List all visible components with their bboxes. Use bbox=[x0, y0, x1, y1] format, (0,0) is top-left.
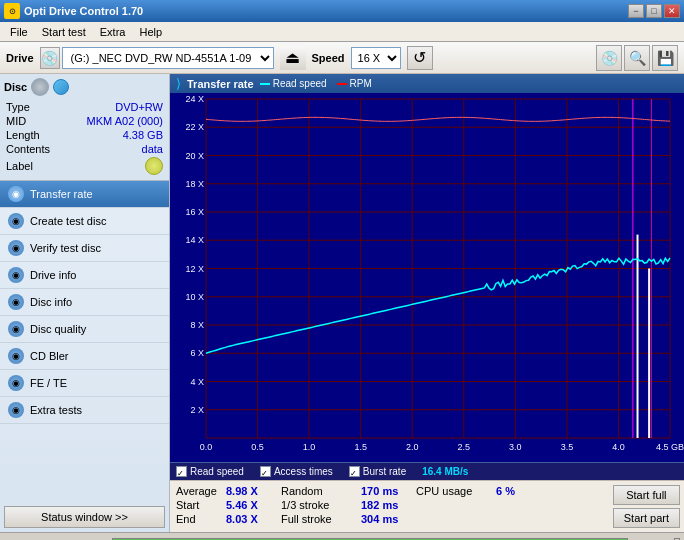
start-part-button[interactable]: Start part bbox=[613, 508, 680, 528]
app-icon: ⊙ bbox=[4, 3, 20, 19]
nav-icon-disc-quality: ◉ bbox=[8, 321, 24, 337]
disc-refresh-button[interactable] bbox=[53, 79, 69, 95]
nav-icon-disc-info: ◉ bbox=[8, 294, 24, 310]
menu-extra[interactable]: Extra bbox=[94, 24, 132, 40]
access-times-checkbox[interactable] bbox=[260, 466, 271, 477]
title-bar: ⊙ Opti Drive Control 1.70 − □ ✕ bbox=[0, 0, 684, 22]
chart-section: ⟩ Transfer rate Read speed RPM bbox=[170, 74, 684, 532]
average-label: Average bbox=[176, 485, 226, 497]
stats-table: Average 8.98 X Random 170 ms CPU usage 6… bbox=[170, 481, 609, 532]
disc-label-row: Label bbox=[4, 156, 165, 176]
nav-drive-info[interactable]: ◉ Drive info bbox=[0, 262, 169, 289]
bottom-stats: Average 8.98 X Random 170 ms CPU usage 6… bbox=[170, 480, 684, 532]
stat-row-start: Start 5.46 X 1/3 stroke 182 ms bbox=[176, 498, 603, 512]
cpu-label: CPU usage bbox=[416, 485, 496, 497]
chart-title: Transfer rate bbox=[187, 78, 254, 90]
disc-image-button[interactable]: 💿 bbox=[596, 45, 622, 71]
random-label: Random bbox=[281, 485, 361, 497]
nav-verify-test-disc[interactable]: ◉ Verify test disc bbox=[0, 235, 169, 262]
chart-canvas bbox=[170, 93, 684, 462]
cpu-value: 6 % bbox=[496, 485, 515, 497]
nav-icon-cd-bler: ◉ bbox=[8, 348, 24, 364]
speed-select[interactable]: 16 X 8 X 4 X bbox=[351, 47, 401, 69]
status-window-button[interactable]: Status window >> bbox=[4, 506, 165, 528]
legend-read-speed: Read speed bbox=[260, 78, 327, 89]
access-times-label: Access times bbox=[274, 466, 333, 477]
toolbar: Drive 💿 (G:) _NEC DVD_RW ND-4551A 1-09 ⏏… bbox=[0, 42, 684, 74]
read-speed-checkbox[interactable] bbox=[176, 466, 187, 477]
nav-icon-extra-tests: ◉ bbox=[8, 402, 24, 418]
main-content: Disc Type DVD+RW MID MKM A02 (000) Lengt… bbox=[0, 74, 684, 532]
stroke13-label: 1/3 stroke bbox=[281, 499, 361, 511]
end-value: 8.03 X bbox=[226, 513, 281, 525]
sidebar: Disc Type DVD+RW MID MKM A02 (000) Lengt… bbox=[0, 74, 170, 532]
full-stroke-label: Full stroke bbox=[281, 513, 361, 525]
end-label: End bbox=[176, 513, 226, 525]
label-disc-icon[interactable] bbox=[145, 157, 163, 175]
stat-row-end: End 8.03 X Full stroke 304 ms bbox=[176, 512, 603, 526]
nav-cd-bler[interactable]: ◉ CD Bler bbox=[0, 343, 169, 370]
start-label: Start bbox=[176, 499, 226, 511]
burst-rate-checkbox[interactable] bbox=[349, 466, 360, 477]
speed-label: Speed bbox=[312, 52, 345, 64]
burst-rate-value: 16.4 MB/s bbox=[422, 466, 468, 477]
burst-rate-checkbox-item: Burst rate bbox=[349, 466, 406, 477]
nav-extra-tests[interactable]: ◉ Extra tests bbox=[0, 397, 169, 424]
minimize-button[interactable]: − bbox=[628, 4, 644, 18]
stat-row-average: Average 8.98 X Random 170 ms CPU usage 6… bbox=[176, 484, 603, 498]
chart-header: ⟩ Transfer rate Read speed RPM bbox=[170, 74, 684, 93]
save-button[interactable]: 💾 bbox=[652, 45, 678, 71]
drive-select[interactable]: (G:) _NEC DVD_RW ND-4551A 1-09 bbox=[62, 47, 274, 69]
menu-file[interactable]: File bbox=[4, 24, 34, 40]
read-speed-checkbox-item: Read speed bbox=[176, 466, 244, 477]
maximize-button[interactable]: □ bbox=[646, 4, 662, 18]
stats-row: Read speed Access times Burst rate 16.4 … bbox=[170, 462, 684, 480]
legend-color-read bbox=[260, 83, 270, 85]
app-title: Opti Drive Control 1.70 bbox=[24, 5, 143, 17]
disc-panel: Disc Type DVD+RW MID MKM A02 (000) Lengt… bbox=[0, 74, 169, 181]
legend-color-rpm bbox=[337, 83, 347, 85]
start-full-button[interactable]: Start full bbox=[613, 485, 680, 505]
disc-mid-row: MID MKM A02 (000) bbox=[4, 114, 165, 128]
start-value: 5.46 X bbox=[226, 499, 281, 511]
drive-eject-button[interactable]: ⏏ bbox=[280, 46, 306, 70]
window-controls: − □ ✕ bbox=[628, 4, 680, 18]
scan-button[interactable]: 🔍 bbox=[624, 45, 650, 71]
nav-disc-info[interactable]: ◉ Disc info bbox=[0, 289, 169, 316]
random-value: 170 ms bbox=[361, 485, 416, 497]
disc-type-row: Type DVD+RW bbox=[4, 100, 165, 114]
full-stroke-value: 304 ms bbox=[361, 513, 416, 525]
disc-title: Disc bbox=[4, 81, 27, 93]
burst-rate-label: Burst rate bbox=[363, 466, 406, 477]
access-times-checkbox-item: Access times bbox=[260, 466, 333, 477]
disc-icon bbox=[31, 78, 49, 96]
nav-fe-te[interactable]: ◉ FE / TE bbox=[0, 370, 169, 397]
status-bar: Test completed 100.0% 00:03 bbox=[0, 532, 684, 540]
refresh-button[interactable]: ↺ bbox=[407, 46, 433, 70]
nav-icon-verify-test: ◉ bbox=[8, 240, 24, 256]
average-value: 8.98 X bbox=[226, 485, 281, 497]
close-button[interactable]: ✕ bbox=[664, 4, 680, 18]
disc-length-row: Length 4.38 GB bbox=[4, 128, 165, 142]
action-buttons: Start full Start part bbox=[609, 481, 684, 532]
disc-contents-row: Contents data bbox=[4, 142, 165, 156]
menu-help[interactable]: Help bbox=[133, 24, 168, 40]
read-speed-label: Read speed bbox=[190, 466, 244, 477]
menu-bar: File Start test Extra Help bbox=[0, 22, 684, 42]
drive-icon: 💿 bbox=[40, 47, 60, 69]
nav-create-test-disc[interactable]: ◉ Create test disc bbox=[0, 208, 169, 235]
nav-icon-drive-info: ◉ bbox=[8, 267, 24, 283]
drive-label: Drive bbox=[6, 52, 34, 64]
nav-items: ◉ Transfer rate ◉ Create test disc ◉ Ver… bbox=[0, 181, 169, 502]
chart-legend: Read speed RPM bbox=[260, 78, 372, 89]
chart-canvas-wrapper bbox=[170, 93, 684, 462]
nav-icon-create-test: ◉ bbox=[8, 213, 24, 229]
nav-disc-quality[interactable]: ◉ Disc quality bbox=[0, 316, 169, 343]
nav-icon-transfer-rate: ◉ bbox=[8, 186, 24, 202]
nav-icon-fe-te: ◉ bbox=[8, 375, 24, 391]
menu-start-test[interactable]: Start test bbox=[36, 24, 92, 40]
nav-transfer-rate[interactable]: ◉ Transfer rate bbox=[0, 181, 169, 208]
stroke13-value: 182 ms bbox=[361, 499, 416, 511]
legend-rpm: RPM bbox=[337, 78, 372, 89]
